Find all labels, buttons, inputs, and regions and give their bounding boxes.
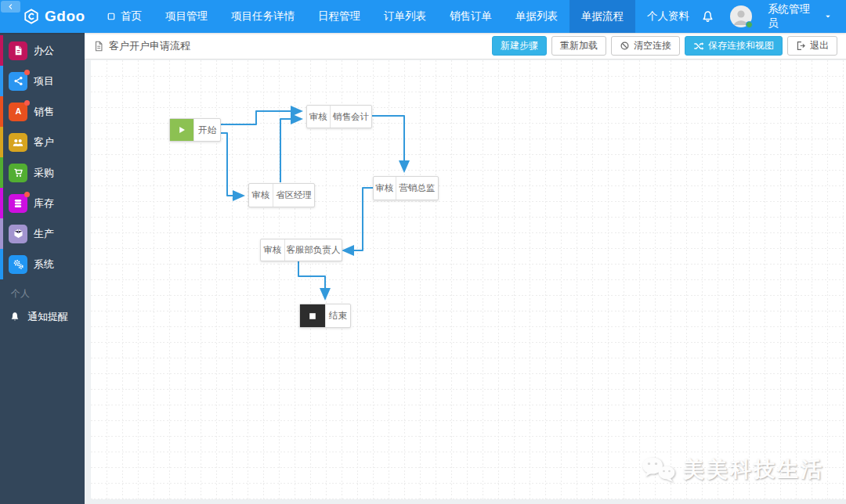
sidebar-item-label: 采购 [34, 166, 54, 180]
flow-node-audit_marketing[interactable]: 审核营销总监 [373, 176, 439, 200]
sidebar-item-7[interactable]: 生产 [0, 218, 85, 249]
toolbar-button-4[interactable]: 保存连接和视图 [685, 36, 783, 56]
node-label: 结束 [325, 304, 350, 327]
sidebar-item-color-strip [0, 157, 3, 188]
nav-item-label: 日程管理 [318, 9, 360, 23]
users-icon [9, 133, 27, 152]
sidebar-item-notifications[interactable]: 通知提醒 [0, 304, 85, 330]
flow-connection-audit_province-to-audit_sales [280, 119, 301, 182]
sidebar-item-5[interactable]: 采购 [0, 157, 85, 188]
toolbar-button-1[interactable]: 新建步骤 [492, 36, 547, 56]
node-assignee-label: 销售会计 [330, 106, 371, 128]
nav-item-5[interactable]: 订单列表 [372, 0, 438, 33]
sales-a-icon: A [9, 103, 27, 121]
sidebar-item-label: 项目 [34, 74, 54, 88]
flow-title: 客户开户申请流程 [93, 39, 190, 53]
sidebar-item-label: 通知提醒 [27, 310, 68, 324]
sidebar-item-color-strip [0, 218, 3, 249]
user-name-label: 系统管理员 [768, 2, 819, 31]
node-action-label: 审核 [307, 106, 330, 128]
flow-title-text: 客户开户申请流程 [109, 39, 190, 53]
caret-down-icon [824, 13, 832, 20]
brand-text: Gdoo [45, 8, 85, 25]
node-action-label: 审核 [374, 177, 396, 200]
nav-item-7[interactable]: 单据列表 [504, 0, 569, 33]
notifications-bell-icon[interactable] [701, 10, 714, 23]
node-assignee-label: 省区经理 [273, 184, 314, 207]
gears-icon [9, 255, 27, 274]
nav-item-4[interactable]: 日程管理 [306, 0, 372, 33]
sidebar-items: 办公项目A销售客户采购库存生产系统 [0, 35, 85, 279]
cube-icon [9, 225, 27, 243]
flow-toolbar: 客户开户申请流程 新建步骤重新加载清空连接保存连接和视图退出 [85, 33, 846, 59]
sidebar-item-color-strip [0, 96, 3, 127]
flow-node-audit_province[interactable]: 审核省区经理 [248, 183, 315, 207]
sidebar-item-1[interactable]: 办公 [0, 35, 85, 66]
toolbar-button-5[interactable]: 退出 [787, 36, 837, 56]
nav-item-1[interactable]: 首页 [95, 0, 154, 33]
sidebar-collapse-button[interactable] [1, 1, 20, 13]
stop-icon [300, 304, 325, 327]
ban-icon [620, 41, 630, 51]
flow-connection-audit_marketing-to-audit_service [344, 188, 373, 250]
node-assignee-label: 客服部负责人 [284, 239, 342, 261]
sidebar-item-label: 办公 [34, 44, 54, 58]
button-label: 退出 [810, 39, 829, 52]
toolbar-button-3[interactable]: 清空连接 [611, 36, 680, 56]
sidebar: 办公项目A销售客户采购库存生产系统 个人 通知提醒 [0, 33, 85, 504]
bell-icon [9, 311, 20, 322]
sidebar-item-8[interactable]: 系统 [0, 249, 85, 279]
node-action-label: 审核 [261, 239, 284, 261]
navbar-right: 系统管理员 [701, 0, 846, 33]
sidebar-item-color-strip [0, 35, 3, 66]
nav-item-label: 项目管理 [165, 9, 208, 23]
flow-node-audit_sales[interactable]: 审核销售会计 [306, 105, 372, 128]
flow-canvas: 开始审核销售会计审核省区经理审核营销总监审核客服部负责人结束 美美科技生活 [91, 60, 846, 499]
nav-item-label: 个人资料 [647, 9, 689, 23]
sidebar-item-3[interactable]: A销售 [0, 96, 85, 127]
button-label: 新建步骤 [501, 39, 538, 52]
nav-item-2[interactable]: 项目管理 [154, 0, 219, 33]
nav-item-3[interactable]: 项目任务详情 [219, 0, 306, 33]
user-menu[interactable]: 系统管理员 [768, 2, 832, 31]
nav-item-9[interactable]: 个人资料 [635, 0, 701, 33]
signout-icon [796, 41, 806, 51]
navbar-menu: 首页项目管理项目任务详情日程管理订单列表销售订单单据列表单据流程个人资料 [95, 0, 701, 33]
nav-item-label: 销售订单 [450, 9, 492, 23]
database-icon [9, 194, 27, 213]
toolbar-buttons: 新建步骤重新加载清空连接保存连接和视图退出 [492, 36, 837, 56]
toolbar-button-2[interactable]: 重新加载 [551, 36, 606, 56]
node-assignee-label: 营销总监 [396, 177, 438, 200]
node-label: 开始 [193, 119, 220, 141]
sidebar-section-label: 个人 [0, 279, 85, 304]
sidebar-item-label: 客户 [34, 135, 54, 149]
flow-node-end[interactable]: 结束 [299, 304, 351, 328]
nav-item-label: 订单列表 [384, 9, 426, 23]
nav-item-8[interactable]: 单据流程 [569, 0, 635, 33]
sidebar-item-label: 库存 [34, 196, 54, 211]
chevron-left-icon [7, 3, 14, 10]
node-action-label: 审核 [249, 184, 273, 207]
notification-dot [24, 70, 30, 75]
nav-item-label: 项目任务详情 [231, 9, 295, 23]
file-icon [93, 41, 104, 52]
nav-item-6[interactable]: 销售订单 [438, 0, 504, 33]
flow-node-start[interactable]: 开始 [169, 118, 221, 142]
nav-item-label: 首页 [121, 9, 142, 23]
svg-text:A: A [15, 106, 21, 116]
sidebar-item-2[interactable]: 项目 [0, 66, 85, 96]
top-navbar: Gdoo 首页项目管理项目任务详情日程管理订单列表销售订单单据列表单据流程个人资… [0, 0, 846, 33]
user-avatar[interactable] [730, 5, 752, 27]
notification-dot [24, 100, 30, 106]
sidebar-item-4[interactable]: 客户 [0, 127, 85, 157]
sidebar-item-label: 生产 [34, 227, 54, 241]
flow-connection-audit_sales-to-audit_marketing [371, 116, 404, 171]
play-icon [170, 119, 193, 141]
button-label: 保存连接和视图 [708, 39, 774, 52]
sidebar-item-color-strip [0, 188, 3, 218]
flow-node-audit_service[interactable]: 审核客服部负责人 [260, 239, 342, 261]
notification-dot [24, 192, 30, 197]
home-square-icon [107, 12, 116, 21]
sidebar-item-6[interactable]: 库存 [0, 188, 85, 218]
nav-item-label: 单据列表 [515, 9, 558, 23]
